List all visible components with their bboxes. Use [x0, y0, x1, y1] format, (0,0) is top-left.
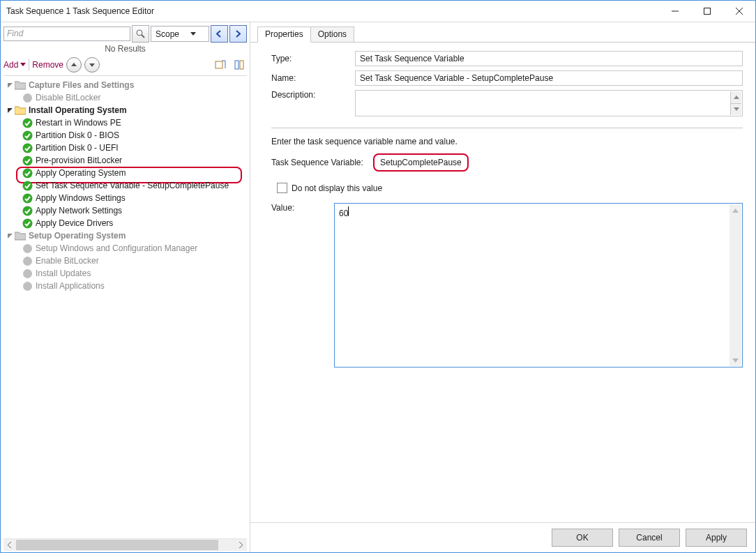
tree-label: Partition Disk 0 - UEFI: [36, 143, 119, 153]
window-title: Task Sequence 1 Task Sequence Editor: [6, 6, 659, 16]
scroll-down-icon[interactable]: [729, 354, 741, 366]
name-label: Name:: [271, 73, 355, 83]
move-down-button[interactable]: [84, 57, 100, 73]
horizontal-scrollbar[interactable]: [3, 538, 247, 551]
status-icon: [22, 280, 33, 291]
scroll-right-icon[interactable]: [235, 539, 247, 551]
find-input[interactable]: Find: [3, 26, 130, 41]
minimize-button[interactable]: [659, 1, 691, 22]
scroll-thumb[interactable]: [16, 540, 218, 550]
spin-up-icon[interactable]: [730, 91, 741, 103]
check-icon: [22, 117, 33, 128]
hint-text: Enter the task sequence variable name an…: [271, 137, 743, 146]
status-icon: [22, 268, 33, 279]
tree-item-apply-network-settings[interactable]: Apply Network Settings: [3, 204, 247, 217]
scope-select[interactable]: Scope: [151, 26, 209, 42]
tree-group-setup-os[interactable]: Setup Operating System: [3, 229, 247, 242]
scroll-track[interactable]: [15, 539, 235, 551]
check-icon: [22, 218, 33, 229]
task-tree[interactable]: Capture Files and Settings Disable BitLo…: [3, 76, 247, 538]
folder-icon: [15, 105, 26, 116]
tree-item-install-applications[interactable]: Install Applications: [3, 280, 247, 292]
status-icon: [22, 255, 33, 266]
spin-down-icon[interactable]: [730, 103, 741, 116]
tree-item-install-updates[interactable]: Install Updates: [3, 267, 247, 280]
title-bar: Task Sequence 1 Task Sequence Editor: [1, 1, 755, 22]
svg-point-11: [22, 143, 32, 153]
expander-icon[interactable]: [6, 107, 13, 114]
tabs: Properties Options: [250, 22, 755, 43]
tree-label: Partition Disk 0 - BIOS: [36, 130, 119, 140]
tree-group-capture[interactable]: Capture Files and Settings: [3, 79, 247, 91]
divider: [271, 128, 743, 128]
svg-point-13: [22, 168, 32, 178]
left-pane: Find Scope No Results Add Remove: [1, 22, 250, 552]
svg-point-9: [22, 118, 32, 128]
type-label: Type:: [271, 54, 355, 63]
apply-button[interactable]: Apply: [686, 529, 747, 547]
tree-group-install-os[interactable]: Install Operating System: [3, 104, 247, 116]
svg-point-4: [137, 30, 142, 36]
expander-icon[interactable]: [6, 232, 13, 239]
check-icon: [22, 142, 33, 153]
remove-button[interactable]: Remove: [32, 60, 63, 70]
checkbox-label: Do not display this value: [292, 183, 382, 193]
value-textarea[interactable]: 60: [334, 203, 743, 368]
separator: [29, 59, 29, 70]
tree-item-apply-windows-settings[interactable]: Apply Windows Settings: [3, 192, 247, 204]
vertical-scrollbar[interactable]: [729, 204, 741, 366]
add-button[interactable]: Add: [3, 60, 26, 70]
tool-icon-1[interactable]: [212, 56, 228, 73]
close-button[interactable]: [723, 1, 755, 22]
prev-button[interactable]: [211, 25, 228, 43]
tab-properties[interactable]: Properties: [257, 26, 311, 43]
maximize-button[interactable]: [691, 1, 723, 22]
cancel-button[interactable]: Cancel: [619, 529, 680, 547]
tree-label: Pre-provision BitLocker: [36, 156, 122, 165]
folder-icon: [15, 230, 26, 241]
svg-point-17: [22, 218, 32, 228]
tree-label: Capture Files and Settings: [29, 80, 134, 90]
check-icon: [22, 192, 33, 204]
tree-item-set-tsv[interactable]: Set Task Sequence Variable - SetupComple…: [3, 179, 247, 192]
tree-item-partition-uefi[interactable]: Partition Disk 0 - UEFI: [3, 142, 247, 154]
tsv-input[interactable]: SetupCompletePause: [373, 153, 469, 172]
tree-item-restart-winpe[interactable]: Restart in Windows PE: [3, 116, 247, 129]
svg-line-5: [142, 35, 144, 38]
tree-label: Disable BitLocker: [36, 93, 100, 103]
tree-label: Install Operating System: [29, 105, 127, 115]
tree-item-partition-bios[interactable]: Partition Disk 0 - BIOS: [3, 129, 247, 142]
tree-item-setup-windows-cm[interactable]: Setup Windows and Configuration Manager: [3, 242, 247, 255]
tree-label: Apply Operating System: [36, 168, 126, 178]
spinner[interactable]: [730, 91, 741, 115]
svg-rect-6: [216, 61, 222, 68]
right-pane: Properties Options Type: Set Task Sequen…: [250, 22, 755, 552]
do-not-display-checkbox[interactable]: Do not display this value: [271, 183, 743, 193]
search-icon[interactable]: [132, 25, 149, 43]
name-field[interactable]: Set Task Sequence Variable - SetupComple…: [355, 70, 743, 86]
scroll-up-icon[interactable]: [729, 204, 741, 216]
tree-item-disable-bitlocker[interactable]: Disable BitLocker: [3, 91, 247, 104]
tree-item-preprovision-bitlocker[interactable]: Pre-provision BitLocker: [3, 154, 247, 167]
tree-item-enable-bitlocker[interactable]: Enable BitLocker: [3, 255, 247, 267]
check-icon: [22, 155, 33, 166]
svg-point-12: [22, 156, 32, 165]
tree-label: Apply Device Drivers: [36, 218, 113, 228]
scroll-left-icon[interactable]: [3, 539, 15, 551]
ok-button[interactable]: OK: [552, 529, 613, 547]
svg-rect-8: [240, 61, 243, 69]
window: Task Sequence 1 Task Sequence Editor Fin…: [0, 0, 756, 553]
tree-label: Setup Windows and Configuration Manager: [36, 243, 197, 253]
expander-icon[interactable]: [6, 82, 13, 89]
value-text: 60: [339, 209, 348, 218]
check-icon: [22, 180, 33, 191]
tool-icon-2[interactable]: [231, 56, 247, 73]
move-up-button[interactable]: [66, 57, 82, 73]
tab-options[interactable]: Options: [310, 26, 354, 43]
svg-point-10: [22, 130, 32, 140]
tree-item-apply-device-drivers[interactable]: Apply Device Drivers: [3, 217, 247, 229]
description-field[interactable]: [355, 90, 743, 116]
next-button[interactable]: [229, 25, 247, 43]
tree-item-apply-os[interactable]: Apply Operating System: [3, 167, 247, 179]
checkbox-icon[interactable]: [277, 183, 287, 193]
